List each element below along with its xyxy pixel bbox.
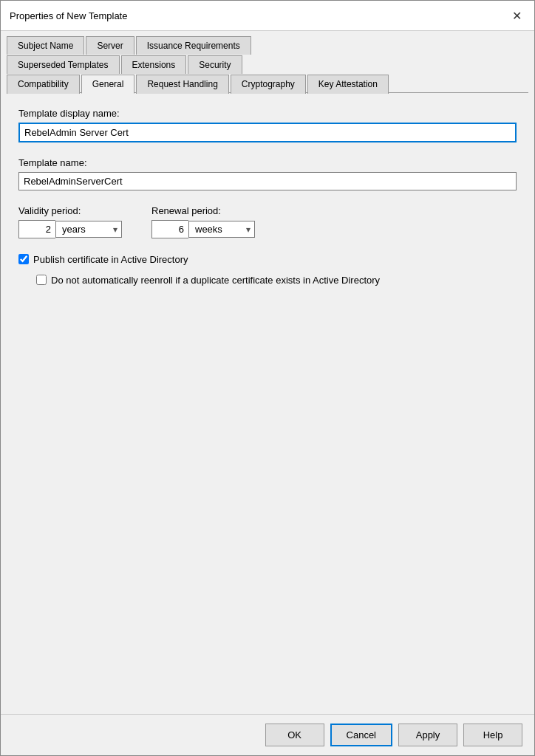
title-bar: Properties of New Template ✕: [1, 1, 534, 31]
publish-checkbox-label: Publish certificate in Active Directory: [33, 253, 188, 267]
validity-unit-wrapper: days weeks months years: [55, 221, 122, 238]
content-spacer: [1, 508, 534, 714]
validity-period-group: Validity period: days weeks months years: [18, 205, 122, 238]
ok-button[interactable]: OK: [265, 724, 324, 746]
apply-button[interactable]: Apply: [398, 724, 457, 746]
content-area: Template display name: Template name: Va…: [1, 93, 534, 508]
display-name-label: Template display name:: [18, 108, 517, 119]
validity-period-controls: days weeks months years: [18, 220, 122, 238]
tab-issuance-requirements[interactable]: Issuance Requirements: [136, 36, 251, 55]
button-bar: OK Cancel Apply Help: [1, 714, 534, 755]
display-name-group: Template display name:: [18, 108, 517, 142]
renewal-period-group: Renewal period: days weeks months years: [151, 205, 255, 238]
checkbox-group: Publish certificate in Active Directory …: [18, 253, 517, 287]
no-reenroll-checkbox-item[interactable]: Do not automatically reenroll if a dupli…: [36, 274, 517, 287]
dialog-window: Properties of New Template ✕ Subject Nam…: [0, 0, 535, 756]
tab-superseded-templates[interactable]: Superseded Templates: [7, 55, 120, 74]
no-reenroll-checkbox[interactable]: [36, 275, 47, 285]
dialog-title: Properties of New Template: [10, 10, 127, 21]
tab-row-2: Superseded Templates Extensions Security: [7, 55, 528, 73]
tabs-area: Subject Name Server Issuance Requirement…: [1, 31, 534, 93]
period-row: Validity period: days weeks months years: [18, 205, 517, 238]
tab-compatibility[interactable]: Compatibility: [7, 75, 80, 94]
renewal-unit-select[interactable]: days weeks months years: [188, 221, 255, 238]
tab-server[interactable]: Server: [86, 36, 134, 55]
renewal-number-input[interactable]: [151, 220, 188, 238]
renewal-unit-wrapper: days weeks months years: [188, 221, 255, 238]
tab-row-3: Compatibility General Request Handling C…: [7, 74, 528, 93]
display-name-input[interactable]: [18, 123, 517, 142]
help-button[interactable]: Help: [463, 724, 522, 746]
tab-extensions[interactable]: Extensions: [121, 55, 187, 74]
publish-checkbox-item[interactable]: Publish certificate in Active Directory: [18, 253, 517, 267]
template-name-input[interactable]: [18, 172, 517, 190]
tab-key-attestation[interactable]: Key Attestation: [307, 75, 389, 94]
template-name-group: Template name:: [18, 157, 517, 190]
template-name-label: Template name:: [18, 157, 517, 168]
cancel-button[interactable]: Cancel: [330, 724, 392, 746]
renewal-period-label: Renewal period:: [151, 205, 255, 216]
close-button[interactable]: ✕: [508, 7, 525, 24]
tab-general[interactable]: General: [81, 75, 135, 94]
tab-security[interactable]: Security: [188, 55, 242, 74]
validity-unit-select[interactable]: days weeks months years: [55, 221, 122, 238]
validity-number-input[interactable]: [18, 220, 55, 238]
tab-cryptography[interactable]: Cryptography: [231, 75, 306, 94]
tab-request-handling[interactable]: Request Handling: [136, 75, 228, 94]
tab-row-1: Subject Name Server Issuance Requirement…: [7, 35, 528, 54]
tab-subject-name[interactable]: Subject Name: [7, 36, 84, 55]
renewal-period-controls: days weeks months years: [151, 220, 255, 238]
publish-checkbox[interactable]: [18, 254, 29, 264]
validity-period-label: Validity period:: [18, 205, 122, 216]
no-reenroll-checkbox-label: Do not automatically reenroll if a dupli…: [51, 274, 380, 287]
